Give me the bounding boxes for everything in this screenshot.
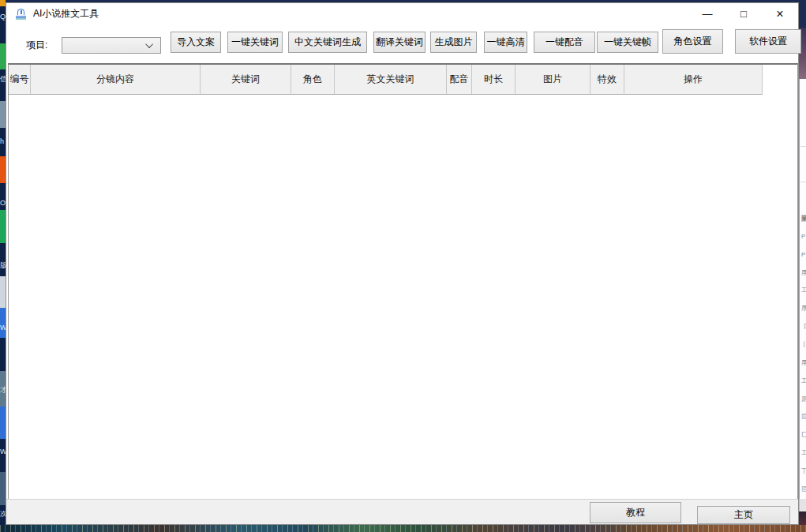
list-item-fragment: 叵 <box>801 485 806 493</box>
background-window-list-fragments: 量PP厚工厚卩丨厚工原叵匚工丅叵 <box>801 215 806 493</box>
minimize-icon[interactable]: — <box>689 3 725 24</box>
table-body-empty <box>9 95 797 500</box>
one-click-keywords-button[interactable]: 一键关键词 <box>227 32 283 53</box>
home-button[interactable]: 主页 <box>697 506 790 524</box>
list-item-fragment: 工 <box>801 287 806 294</box>
storyboard-table: 编号 分镜内容 关键词 角色 英文关键词 配音 时长 图片 特效 操作 <box>8 63 798 500</box>
background-window-right-edge: 量PP厚工厚卩丨厚工原叵匚工丅叵 <box>799 0 806 532</box>
list-item-fragment: 工 <box>801 449 806 456</box>
divider <box>800 182 806 182</box>
desktop-icon-fragments-left: Q信hOf版W才W次 <box>0 13 6 518</box>
tutorial-button[interactable]: 教程 <box>590 502 681 523</box>
close-icon[interactable]: × <box>762 3 798 24</box>
list-item-fragment: P <box>801 251 806 258</box>
column-header-actions: 操作 <box>624 65 763 95</box>
divider <box>800 146 806 147</box>
titlebar: AI小说推文工具 — □ × <box>6 3 798 24</box>
one-click-dubbing-button[interactable]: 一键配音 <box>534 32 595 53</box>
table-header-row: 编号 分镜内容 关键词 角色 英文关键词 配音 时长 图片 特效 操作 <box>9 65 797 95</box>
background-window-footer-fragment <box>799 499 806 511</box>
desktop-icon-fragment: W <box>0 324 6 332</box>
project-select[interactable] <box>62 37 161 54</box>
software-settings-button[interactable]: 软件设置 <box>735 29 801 54</box>
desktop-icon-fragment: 次 <box>0 510 6 518</box>
list-item-fragment: 工 <box>801 377 806 384</box>
desktop-left-edge: Q信hOf版W才W次 <box>0 0 6 532</box>
desktop-icon-fragment: h <box>0 137 4 145</box>
background-window-panel: 量PP厚工厚卩丨厚工原叵匚工丅叵 <box>799 79 806 499</box>
one-click-keyframes-button[interactable]: 一键关键帧 <box>597 32 658 53</box>
column-header-character: 角色 <box>291 65 335 95</box>
list-item-fragment: 厚 <box>801 359 806 366</box>
app-window: AI小说推文工具 — □ × 项目: 导入文案 一键关键词 中文关键词生成 翻译… <box>6 2 799 525</box>
translate-keywords-button[interactable]: 翻译关键词 <box>373 32 425 53</box>
list-item-fragment: P <box>801 233 806 240</box>
desktop-icon-fragment: Of <box>0 199 6 207</box>
list-item-fragment: 丅 <box>801 467 806 474</box>
window-title: AI小说推文工具 <box>33 7 99 21</box>
import-copy-button[interactable]: 导入文案 <box>171 32 221 53</box>
list-item-fragment: 卩 <box>801 323 806 330</box>
list-item-fragment: 匚 <box>801 431 806 438</box>
column-header-image: 图片 <box>515 65 590 95</box>
desktop-icon-fragment: 才 <box>0 386 6 394</box>
column-header-dubbing: 配音 <box>447 65 472 95</box>
list-item-fragment: 厚 <box>801 269 806 276</box>
maximize-icon[interactable]: □ <box>725 3 762 24</box>
column-header-effects: 特效 <box>590 65 624 95</box>
column-header-shot-content: 分镜内容 <box>31 65 201 95</box>
list-item-fragment: 叵 <box>801 413 806 420</box>
one-click-hd-button[interactable]: 一键高清 <box>484 32 527 53</box>
table-header-filler <box>763 65 797 95</box>
app-icon <box>16 9 27 20</box>
desktop-icon-fragment: 版 <box>0 261 6 269</box>
desktop-icon-fragment: W <box>0 448 6 455</box>
desktop-icon-fragment: Q <box>0 13 6 21</box>
desktop-icon-fragment: 信 <box>0 75 6 83</box>
generate-images-button[interactable]: 生成图片 <box>430 32 477 53</box>
character-settings-button[interactable]: 角色设置 <box>662 29 723 54</box>
project-label: 项目: <box>26 39 47 52</box>
column-header-duration: 时长 <box>472 65 515 95</box>
column-header-number: 编号 <box>9 65 31 95</box>
list-item-fragment: 厚 <box>801 305 806 312</box>
list-item-fragment: 原 <box>801 395 806 403</box>
chinese-keywords-generate-button[interactable]: 中文关键词生成 <box>288 32 367 53</box>
wallpaper-fragment <box>799 0 806 28</box>
column-header-english-keywords: 英文关键词 <box>335 65 447 95</box>
list-item-fragment: 量 <box>801 215 806 222</box>
list-item-fragment: 丨 <box>801 341 806 348</box>
column-header-keywords: 关键词 <box>201 65 291 95</box>
chevron-down-icon <box>145 40 153 48</box>
desktop-wallpaper-bottom-edge <box>0 525 806 532</box>
window-controls: — □ × <box>689 3 798 24</box>
